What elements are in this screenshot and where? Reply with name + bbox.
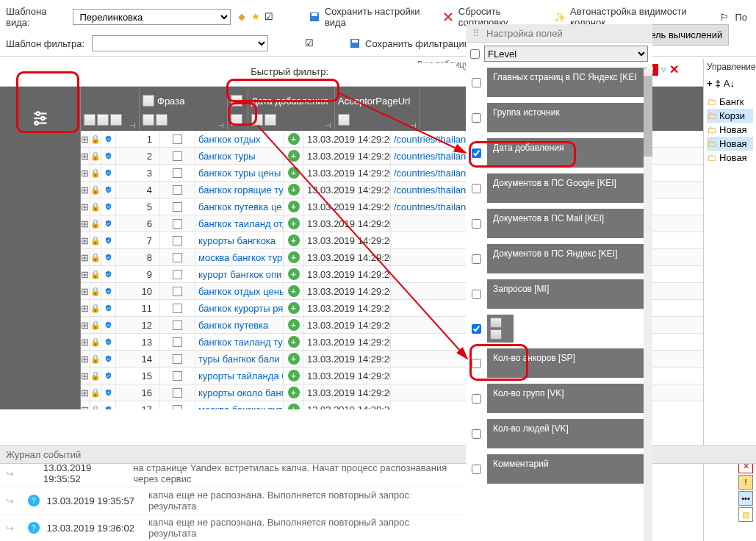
col-phrase[interactable]: Фраза ⊣ — [140, 87, 228, 131]
h-icon[interactable] — [84, 114, 96, 126]
field-card[interactable]: Документов в ПС Mail [KEI] — [487, 209, 647, 238]
f-icon[interactable] — [231, 95, 242, 107]
phrase-cell[interactable]: курорты тайланда б — [195, 368, 284, 384]
field-card[interactable]: Группа источник — [487, 103, 647, 132]
sq-dots-icon[interactable]: ••• — [738, 491, 753, 506]
scrollbar-thumb[interactable] — [644, 76, 652, 157]
expand-icon[interactable]: ⊞ — [81, 283, 90, 299]
field-item[interactable]: Кол-во групп [VK] — [466, 381, 652, 416]
field-item[interactable]: Главных страниц в ПС Яндекс [KEI — [466, 65, 652, 100]
field-checkbox[interactable] — [472, 254, 481, 264]
field-item[interactable]: Документов в ПС Mail [KEI] — [466, 206, 652, 241]
row-checkbox[interactable] — [160, 401, 195, 409]
expand-icon[interactable]: ⊞ — [81, 334, 90, 350]
phrase-cell[interactable]: москва бангкок тур — [195, 249, 284, 265]
expand-icon[interactable]: ⊞ — [81, 148, 90, 164]
field-item[interactable]: Комментарий — [466, 451, 652, 487]
diamond-icon[interactable]: ◆ — [238, 11, 250, 23]
url-cell[interactable] — [391, 300, 475, 316]
field-item[interactable]: Документов в ПС Яндекс [KEI] — [466, 241, 652, 276]
col-status[interactable] — [228, 87, 248, 131]
tree-node[interactable]: 🗀Бангк — [707, 95, 753, 109]
expand-icon[interactable]: ⊞ — [81, 401, 90, 409]
table-row[interactable]: ⊞🔒14туры бангкок бали+13.03.2019 14:29:2… — [81, 351, 756, 368]
url-cell[interactable] — [391, 266, 475, 282]
po-button[interactable]: 🏳 По — [716, 10, 750, 24]
phrase-cell[interactable]: бангкок таиланд отд — [195, 215, 284, 232]
fields-list[interactable]: Главных страниц в ПС Яндекс [KEIГруппа и… — [466, 65, 652, 535]
field-card[interactable]: Кол-во людей [VK] — [487, 419, 647, 448]
fields-level-combo[interactable]: FLevel — [484, 46, 648, 62]
url-cell[interactable] — [391, 249, 475, 265]
field-checkbox[interactable] — [472, 394, 481, 404]
grip-icon[interactable]: ⠿ — [470, 27, 482, 39]
phrase-cell[interactable]: бангкок туры — [195, 148, 284, 164]
phrase-cell[interactable]: бангкок горящие ту — [195, 182, 284, 198]
close-x-icon[interactable]: ✕ — [669, 62, 679, 76]
tree-node[interactable]: 🗀Новая — [707, 137, 753, 151]
expand-icon[interactable]: ⊞ — [81, 131, 90, 147]
url-cell[interactable] — [391, 232, 475, 248]
field-card[interactable]: Комментарий — [487, 454, 647, 484]
col-date[interactable]: Дата добавления ⊣ — [248, 87, 335, 131]
row-checkbox[interactable] — [160, 131, 195, 147]
table-row[interactable]: ⊞🔒13бангкок таиланд тур+13.03.2019 14:29… — [81, 334, 756, 351]
expand-icon[interactable]: ⊞ — [81, 198, 90, 215]
table-row[interactable]: ⊞🔒2бангкок туры+13.03.2019 14:29:20/coun… — [81, 148, 756, 165]
field-checkbox[interactable] — [472, 78, 481, 87]
row-checkbox[interactable] — [160, 334, 195, 350]
url-cell[interactable]: /countries/thailand/ — [391, 148, 475, 164]
add2-icon[interactable]: ‡ — [716, 78, 721, 89]
filter-template-combo[interactable] — [92, 35, 268, 51]
phrase-cell[interactable]: бангкок таиланд тур — [195, 334, 284, 350]
field-card[interactable]: Кол-во анкоров [SP] — [487, 348, 647, 378]
row-checkbox[interactable] — [160, 283, 195, 299]
table-row[interactable]: ⊞🔒7курорты бангкока+13.03.2019 14:29:20 — [81, 232, 756, 249]
field-checkbox[interactable] — [472, 324, 481, 334]
expand-icon[interactable]: ⊞ — [81, 182, 90, 198]
filter-icon[interactable] — [251, 114, 263, 126]
url-cell[interactable] — [391, 368, 475, 384]
row-checkbox[interactable] — [160, 300, 195, 316]
expand-icon[interactable]: ⊞ — [81, 266, 90, 282]
phrase-cell[interactable]: курорт бангкок опи — [195, 266, 284, 282]
url-cell[interactable] — [391, 317, 475, 333]
table-row[interactable]: ⊞🔒12бангкок путевка+13.03.2019 14:29:20 — [81, 317, 756, 334]
phrase-cell[interactable]: бангкок отдых — [195, 131, 284, 147]
field-checkbox[interactable] — [472, 465, 481, 474]
field-checkbox[interactable] — [472, 113, 481, 123]
url-cell[interactable] — [391, 283, 475, 299]
row-checkbox[interactable] — [160, 148, 195, 164]
clearf-icon[interactable] — [156, 114, 168, 126]
url-cell[interactable]: /countries/thailand/ — [391, 131, 475, 147]
url-cell[interactable] — [391, 334, 475, 350]
phrase-cell[interactable]: туры бангкок бали — [195, 351, 284, 367]
sq-img-icon[interactable]: ▧ — [738, 507, 753, 522]
url-cell[interactable]: /countries/thailand/ — [391, 182, 475, 198]
table-row[interactable]: ⊞🔒17москва бангкок пут+13.03.2019 14:29:… — [81, 401, 756, 409]
table-row[interactable]: ⊞🔒8москва бангкок тур+13.03.2019 14:29:2… — [81, 249, 756, 266]
expand-icon[interactable]: ⊞ — [81, 368, 90, 384]
field-item[interactable]: Группа источник — [466, 100, 652, 135]
field-card[interactable]: Документов в ПС Google [KEI] — [487, 173, 647, 203]
fields-all-checkbox[interactable] — [470, 49, 480, 59]
phrase-cell[interactable]: курорты около банг — [195, 384, 284, 401]
template-view-combo[interactable]: Перелинковка — [73, 9, 230, 25]
field-card-mini[interactable] — [487, 315, 514, 343]
expand-icon[interactable]: ⊞ — [81, 249, 90, 265]
row-checkbox[interactable] — [160, 249, 195, 265]
table-row[interactable]: ⊞🔒4бангкок горящие ту+13.03.2019 14:29:2… — [81, 182, 756, 198]
col-acceptor[interactable]: AcceptorPageUrl ⊣ — [335, 87, 420, 131]
expand-icon[interactable]: ⊞ — [81, 384, 90, 401]
table-row[interactable]: ⊞🔒10бангкок отдых цень+13.03.2019 14:29:… — [81, 283, 756, 300]
tree-node[interactable]: 🗀Новая — [707, 151, 753, 165]
field-card[interactable]: Запросов [MI] — [487, 279, 647, 309]
filter-icon[interactable] — [338, 114, 350, 126]
field-item[interactable]: Кол-во анкоров [SP] — [466, 345, 652, 381]
filter-icon[interactable] — [143, 114, 154, 126]
phrase-cell[interactable]: курорты бангкока — [195, 232, 284, 248]
expand-icon[interactable]: ⊞ — [81, 300, 90, 316]
field-card[interactable]: Дата добавления — [487, 138, 647, 168]
url-cell[interactable] — [391, 215, 475, 232]
field-card[interactable]: Документов в ПС Яндекс [KEI] — [487, 244, 647, 273]
